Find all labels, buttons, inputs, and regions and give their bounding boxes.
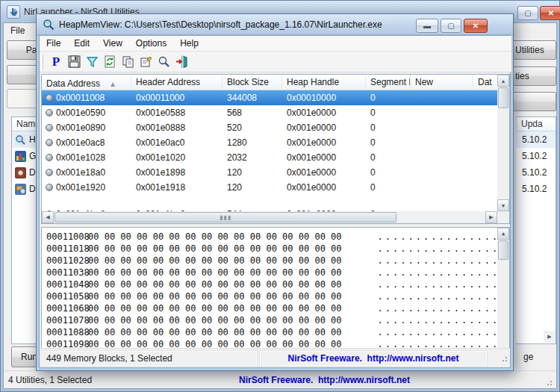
hex-lines[interactable]: 0001100800 00 00 00 00 00 00 00 00 00 00… [42,228,497,361]
block-icon [46,94,53,102]
copy-button[interactable] [119,53,137,71]
hex-line: 0001105800 00 00 00 00 00 00 00 00 00 00… [42,290,497,302]
scroll-right-arrow[interactable]: ▶ [485,211,497,223]
nirlauncher-tab-utilities[interactable]: Utilities [508,40,556,60]
hex-line: 0001100800 00 00 00 00 00 00 00 00 00 00… [42,231,497,243]
heapmemview-resize-grip[interactable] [500,354,508,363]
list-item-gdiview[interactable]: GDI [12,148,37,164]
memory-blocks-list: Data Address ▴ Header Address Block Size… [41,74,510,224]
toolbar-grip[interactable] [41,55,43,69]
heapmemview-statusbar: 449 Memory Blocks, 1 Selected NirSoft Fr… [40,348,510,367]
nirlauncher-status-text: 4 Utilities, 1 Selected [4,375,92,385]
updated-cell: 5.10.2 [516,164,556,181]
menu-help[interactable]: Help [173,36,205,51]
find-icon [158,55,170,68]
copy-icon [122,55,134,68]
list-item-devmanview[interactable]: Dev [12,181,37,197]
menu-view[interactable]: View [96,36,129,51]
list-scroll-thumb[interactable] [498,87,508,108]
menu-options[interactable]: Options [129,36,173,51]
column-header-header-address[interactable]: Header Address [131,75,223,90]
nirlauncher-list-right: Upda 5.10.2 5.10.2 5.10.2 5.10.2 ▶ [516,116,556,344]
list-horizontal-scrollbar[interactable]: ◀ ▮▮▮ ▶ [42,211,497,223]
magnifier-icon [15,134,26,146]
nirlauncher-list-left: Name Hea GDI DLL [11,116,37,344]
refresh-icon [104,55,116,68]
nirlauncher-tab-ties[interactable]: ties [508,66,556,86]
table-row[interactable]: 0x001e1028 0x001e1020 2032 0x001e0000 0 [42,150,497,165]
nirlauncher-menu-file[interactable]: File [4,24,31,37]
menu-file[interactable]: File [40,36,67,51]
exit-button[interactable] [172,53,190,71]
scroll-up-arrow[interactable]: ▲ [497,228,509,240]
select-process-button[interactable]: P [47,53,65,71]
save-button[interactable] [65,53,83,71]
nirlauncher-app-icon [7,5,20,19]
list-item-heapmemview[interactable]: Hea [12,131,37,148]
scrollbar-corner [497,211,509,223]
device-icon [15,184,26,195]
list-item-dll[interactable]: DLL [12,164,37,181]
menu-edit[interactable]: Edit [67,36,96,51]
heapmemview-toolbar: P [40,52,511,72]
find-button[interactable] [155,53,172,71]
column-header-block-size[interactable]: Block Size [223,75,282,90]
heapmemview-app-icon [43,19,55,31]
nirlauncher-close-button[interactable]: ✕ [540,6,560,20]
properties-icon [140,55,152,68]
list-scroll-right-arrow[interactable]: ▶ [544,331,556,343]
heapmemview-close-button[interactable]: ✕ [464,19,488,33]
column-header-heap-handle[interactable]: Heap Handle [282,75,366,90]
updated-cell: 5.10.2 [516,181,556,197]
save-icon [68,55,81,68]
column-header-dat[interactable]: Dat [473,75,497,90]
sort-indicator-icon: ▴ [111,78,115,89]
block-icon [46,139,53,146]
name-column-header[interactable]: Name [12,117,37,131]
column-header-segment[interactable]: Segment I... [366,75,411,90]
exit-icon [175,55,188,68]
heapmemview-minimize-button[interactable]: ▬ [416,19,438,33]
nirlauncher-tab-blank[interactable] [508,92,556,111]
filter-button[interactable] [83,53,101,71]
block-icon [46,154,53,161]
updated-column-header[interactable]: Upda [516,117,556,131]
dll-icon [15,167,26,178]
scroll-up-arrow[interactable]: ▲ [497,75,509,87]
updated-cell: 5.10.2 [516,131,556,148]
table-row[interactable]: 0x001e1920 0x001e1918 120 0x001e0000 0 [42,180,497,195]
scroll-left-arrow[interactable]: ◀ [42,211,54,223]
run-button[interactable]: Run [11,346,37,367]
table-row[interactable]: 0x001e0890 0x001e0888 520 0x001e0000 0 [42,120,497,135]
table-row[interactable]: 0x001e0ac8 0x001e0ac0 1280 0x001e0000 0 [42,135,497,150]
block-icon [46,109,53,116]
list-vertical-scrollbar[interactable]: ▲ ▼ [497,75,509,211]
nirlauncher-restore-button[interactable]: ▢ [517,6,538,20]
nirlauncher-nirsoft-link[interactable]: NirSoft Freeware. http://www.nirsoft.net [239,375,410,385]
hex-line: 0001106800 00 00 00 00 00 00 00 00 00 00… [42,302,497,314]
hex-line: 0001104800 00 00 00 00 00 00 00 00 00 00… [42,279,497,290]
hex-line: 0001102800 00 00 00 00 00 00 00 00 00 00… [42,255,497,267]
list-hscroll-thumb[interactable]: ▮▮▮ [55,212,396,223]
hex-vertical-scrollbar[interactable]: ▲ ▼ [497,228,509,361]
nirlauncher-resize-grip[interactable] [544,378,553,387]
heapmemview-maximize-button[interactable]: ▢ [441,19,461,33]
table-row[interactable]: 0x001e18a0 0x001e1898 120 0x001e0000 0 [42,165,497,180]
scroll-down-arrow[interactable]: ▼ [497,199,509,211]
webpage-button-fragment[interactable]: ge [523,352,533,362]
hex-scroll-thumb[interactable] [498,240,508,260]
heapmemview-nirsoft-link[interactable]: NirSoft Freeware. http://www.nirsoft.net [259,350,488,367]
heapmemview-menubar: File Edit View Options Help [40,36,511,52]
nirlauncher-statusbar: 4 Utilities, 1 Selected NirSoft Freeware… [4,370,556,388]
status-memory-blocks: 449 Memory Blocks, 1 Selected [41,350,258,367]
filter-icon [86,55,99,68]
table-row[interactable]: 0x00011008 0x00011000 344008 0x00010000 … [42,90,497,105]
block-icon [46,124,53,131]
refresh-button[interactable] [101,53,119,71]
heapmemview-titlebar[interactable]: HeapMemView: C:\Users\Test\Desktop\nirso… [37,14,513,35]
properties-button[interactable] [137,53,155,71]
column-header-data-address[interactable]: Data Address ▴ [42,75,131,90]
column-header-new[interactable]: New [411,75,473,90]
run-button-label: Run [21,352,37,362]
table-row[interactable]: 0x001e0590 0x001e0588 568 0x001e0000 0 [42,105,497,120]
